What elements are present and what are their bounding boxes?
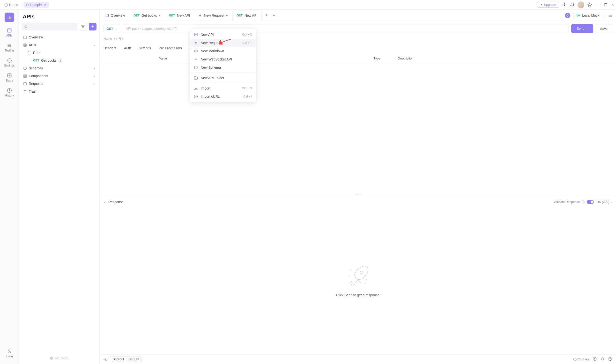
copy-icon[interactable] xyxy=(119,37,123,40)
chevron-down-icon[interactable]: ⌄ xyxy=(103,200,106,204)
filter-button[interactable] xyxy=(79,23,87,30)
tab-get-books[interactable]: GET Get books xyxy=(130,10,164,21)
upgrade-button[interactable]: Upgrade xyxy=(537,2,559,8)
req-tab-auth[interactable]: Auth xyxy=(124,43,131,53)
tab-new-api-2[interactable]: GET New API xyxy=(232,10,261,21)
rail-invite-label: Invite xyxy=(6,355,13,358)
tree-overview[interactable]: Overview xyxy=(21,33,97,41)
bug-icon[interactable] xyxy=(601,357,604,362)
dd-import-curl[interactable]: Import cURL Ctrl + I xyxy=(190,92,256,101)
api-icon xyxy=(194,33,198,37)
rail-settings[interactable]: Settings xyxy=(0,56,19,69)
svg-rect-5 xyxy=(8,29,11,32)
dd-label: New Markdown xyxy=(201,49,224,53)
add-button[interactable]: + xyxy=(89,23,97,30)
rail-apis[interactable]: APIs xyxy=(0,26,19,39)
rail-apis-label: APIs xyxy=(6,34,12,37)
req-tab-pre[interactable]: Pre Processors xyxy=(159,43,182,53)
cookies-button[interactable]: Cookies xyxy=(573,357,589,361)
upload-icon[interactable] xyxy=(593,357,597,362)
rail-share[interactable]: Share xyxy=(0,71,19,84)
svg-point-23 xyxy=(367,270,367,271)
api-icon xyxy=(23,43,27,47)
divider[interactable]: • • • xyxy=(100,192,616,197)
dd-new-folder[interactable]: New API Folder xyxy=(190,74,256,82)
home-tab[interactable]: Home xyxy=(2,2,21,8)
method-select[interactable]: GET ⌄ xyxy=(103,24,120,33)
rail-share-label: Share xyxy=(5,79,13,82)
svg-rect-13 xyxy=(24,75,25,76)
tree-apis[interactable]: APIs ▾ xyxy=(21,41,97,49)
tree-requests[interactable]: Requests ▸ xyxy=(21,80,97,88)
req-tab-settings[interactable]: Settings xyxy=(139,43,151,53)
validate-toggle[interactable] xyxy=(587,200,594,204)
save-button[interactable]: Save xyxy=(596,24,612,33)
close-icon[interactable]: ✕ xyxy=(44,3,46,7)
hamburger-icon[interactable]: ☰ xyxy=(608,13,612,18)
send-button[interactable]: Send ⌄ xyxy=(571,24,593,33)
tree-trash[interactable]: Trash xyxy=(21,88,97,95)
svg-point-22 xyxy=(364,283,365,284)
settings-icon[interactable] xyxy=(562,2,567,7)
lightning-icon xyxy=(194,41,198,45)
refresh-button[interactable] xyxy=(565,13,570,18)
rail-invite[interactable]: Invite xyxy=(0,347,19,360)
chevron-right-icon: ▸ xyxy=(94,75,95,78)
dd-label: Import cURL xyxy=(201,95,220,98)
svg-rect-15 xyxy=(26,76,26,77)
chevron-down-icon: ⌄ xyxy=(115,27,117,30)
app-logo[interactable] xyxy=(5,13,14,22)
rail-history-label: History xyxy=(5,94,14,97)
validate-label: Validate Response xyxy=(554,200,580,204)
dd-new-request[interactable]: New Request Ctrl + T xyxy=(190,39,256,47)
title-bar: Home | Sample ✕ Upgrade — ❐ ✕ xyxy=(0,0,616,10)
home-icon xyxy=(4,3,8,7)
tree-trash-label: Trash xyxy=(29,90,37,93)
lightning-icon xyxy=(199,14,202,17)
collapse-button[interactable]: ≪ xyxy=(103,357,107,361)
unsaved-dot xyxy=(159,15,160,16)
svg-point-9 xyxy=(9,350,10,351)
method-badge: GET xyxy=(133,14,140,17)
info-icon[interactable]: i xyxy=(582,200,585,203)
response-header: ⌄ Response Validate Response i OK (200) … xyxy=(100,197,616,207)
tree-schemas[interactable]: Schemas ▸ xyxy=(21,64,97,72)
tree-get-books[interactable]: › GET Get books (1) xyxy=(21,57,97,64)
tabs-menu[interactable]: ⋯ xyxy=(271,13,276,18)
dd-new-api[interactable]: New API Ctrl + N xyxy=(190,30,256,39)
debug-mode[interactable]: DEBUG xyxy=(126,357,141,362)
svg-rect-20 xyxy=(120,38,122,40)
rail-history[interactable]: History xyxy=(0,86,19,99)
tab-new-api-1[interactable]: GET New API xyxy=(165,10,194,21)
minimize-button[interactable]: — xyxy=(597,3,600,7)
tree-root[interactable]: Root xyxy=(21,49,97,57)
avatar[interactable] xyxy=(578,1,584,8)
folder-plus-icon xyxy=(194,76,198,80)
pin-icon[interactable] xyxy=(587,2,592,7)
websocket-icon xyxy=(194,57,198,61)
code-icon[interactable] xyxy=(114,37,117,40)
sample-tab[interactable]: Sample ✕ xyxy=(24,2,49,8)
help-icon[interactable] xyxy=(608,357,612,362)
trash-icon xyxy=(23,90,27,93)
req-tab-headers[interactable]: Headers xyxy=(103,43,116,53)
rail-testing[interactable]: Testing xyxy=(0,41,19,54)
dd-new-markdown[interactable]: New Markdown xyxy=(190,47,256,55)
tab-new-request[interactable]: New Request xyxy=(195,10,231,21)
dd-new-schema[interactable]: New Schema xyxy=(190,63,256,72)
dd-new-websocket[interactable]: New WebSocket API xyxy=(190,55,256,63)
new-tab-button[interactable]: + xyxy=(263,12,270,19)
tab-overview[interactable]: Overview xyxy=(102,10,129,21)
maximize-button[interactable]: ❐ xyxy=(604,3,607,7)
env-select[interactable]: Lo Local Mock ⌄ xyxy=(573,12,605,19)
search-input[interactable] xyxy=(22,23,77,30)
rail: APIs Testing Settings Share History In xyxy=(0,10,19,364)
tree-components[interactable]: Components ▸ xyxy=(21,72,97,80)
status-label: OK (200) xyxy=(596,200,609,204)
bell-icon[interactable] xyxy=(570,2,575,7)
close-button[interactable]: ✕ xyxy=(611,3,614,7)
status-select[interactable]: OK (200) ⌄ xyxy=(596,200,612,204)
dd-import[interactable]: Import Ctrl + O xyxy=(190,84,256,92)
name-placeholder[interactable]: Name xyxy=(103,37,112,40)
design-mode[interactable]: DESIGN xyxy=(110,357,126,362)
